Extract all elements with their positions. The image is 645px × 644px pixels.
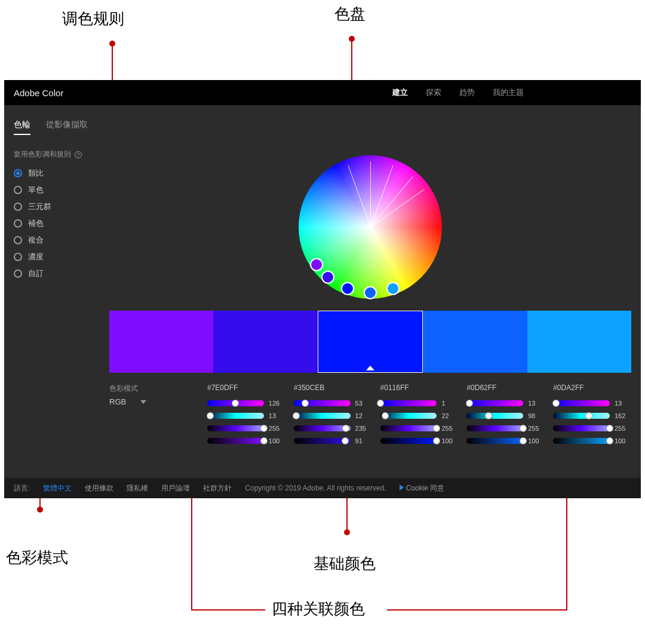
- wheel-handle-0[interactable]: [310, 258, 323, 271]
- slider-value: 235: [355, 425, 372, 432]
- wheel-handle-1[interactable]: [321, 271, 334, 284]
- slider-knob[interactable]: [342, 437, 349, 444]
- slider-row: 22: [380, 412, 459, 419]
- slider-track[interactable]: [553, 438, 610, 444]
- slider-track[interactable]: [207, 413, 264, 419]
- swatch-4[interactable]: [527, 311, 631, 373]
- radio-icon: [14, 203, 22, 211]
- nav-mythemes[interactable]: 我的主题: [493, 87, 524, 98]
- rule-radio-3[interactable]: 補色: [14, 218, 103, 229]
- footer-cookie[interactable]: Cookie 同意: [400, 483, 445, 493]
- slider-knob[interactable]: [520, 425, 527, 432]
- slider-track[interactable]: [380, 413, 437, 419]
- rule-radio-label: 複合: [28, 235, 44, 246]
- slider-track[interactable]: [466, 400, 523, 406]
- slider-knob[interactable]: [585, 412, 592, 419]
- top-bar: Adobe Color 建立 探索 趋势 我的主题: [4, 80, 641, 105]
- wheel-handle-3[interactable]: [364, 286, 377, 299]
- slider-value: 100: [441, 437, 458, 444]
- nav-explore[interactable]: 探索: [426, 87, 441, 98]
- rules-radio-list: 類比單色三元群補色複合濃度自訂: [14, 165, 103, 279]
- slider-track[interactable]: [294, 400, 351, 406]
- slider-knob[interactable]: [552, 400, 560, 407]
- slider-row: 100: [207, 437, 285, 444]
- hex-value[interactable]: #7E0DFF: [207, 384, 285, 392]
- radio-icon: [14, 186, 22, 194]
- footer-link-terms[interactable]: 使用條款: [85, 483, 113, 493]
- footer-lang-value[interactable]: 繁體中文: [43, 483, 72, 493]
- radio-icon: [14, 269, 22, 278]
- rule-radio-1[interactable]: 單色: [14, 185, 103, 195]
- slider-track[interactable]: [553, 400, 610, 406]
- footer-link-forum[interactable]: 用戶論壇: [161, 483, 190, 493]
- nav-trends[interactable]: 趋势: [459, 87, 475, 98]
- swatch-3[interactable]: [423, 311, 527, 373]
- tab-extract[interactable]: 從影像擷取: [46, 119, 88, 135]
- color-column-1: #350CEB531223591: [294, 384, 372, 444]
- slider-track[interactable]: [207, 400, 264, 406]
- rule-radio-2[interactable]: 三元群: [14, 201, 103, 212]
- slider-knob[interactable]: [466, 400, 473, 407]
- nav-create[interactable]: 建立: [392, 87, 408, 98]
- slider-knob[interactable]: [260, 425, 268, 432]
- slider-track[interactable]: [466, 413, 523, 419]
- slider-knob[interactable]: [382, 412, 389, 419]
- slider-knob[interactable]: [485, 412, 492, 419]
- slider-track[interactable]: [553, 425, 610, 431]
- slider-track[interactable]: [380, 425, 437, 431]
- hex-value[interactable]: #0DA2FF: [553, 384, 631, 392]
- slider-track[interactable]: [294, 413, 351, 419]
- slider-knob[interactable]: [606, 437, 613, 444]
- slider-knob[interactable]: [433, 437, 440, 444]
- hex-value[interactable]: #0D62FF: [466, 384, 545, 392]
- hex-value[interactable]: #350CEB: [294, 384, 372, 392]
- wheel-spoke: [348, 165, 371, 227]
- slider-knob[interactable]: [260, 437, 268, 444]
- footer-link-community[interactable]: 社群方針: [203, 483, 232, 493]
- color-wheel[interactable]: [299, 155, 442, 299]
- radio-icon: [14, 253, 22, 261]
- slider-value: 12: [355, 412, 372, 419]
- wheel-handle-4[interactable]: [386, 282, 400, 295]
- slider-track[interactable]: [207, 425, 264, 431]
- slider-track[interactable]: [466, 438, 523, 444]
- swatch-0[interactable]: [109, 311, 213, 373]
- slider-track[interactable]: [380, 438, 437, 444]
- slider-knob[interactable]: [377, 400, 384, 407]
- help-icon[interactable]: ?: [75, 151, 82, 158]
- slider-row: 126: [207, 400, 285, 407]
- slider-knob[interactable]: [293, 412, 300, 419]
- rule-radio-5[interactable]: 濃度: [14, 252, 103, 262]
- swatch-1[interactable]: [213, 311, 317, 373]
- brand-title: Adobe Color: [14, 88, 63, 98]
- slider-knob[interactable]: [342, 425, 349, 432]
- top-nav: 建立 探索 趋势 我的主题: [392, 87, 524, 98]
- swatch-row: [109, 311, 631, 373]
- slider-knob[interactable]: [302, 400, 309, 407]
- slider-track[interactable]: [466, 425, 523, 431]
- color-column-0: #7E0DFF12613255100: [207, 384, 285, 444]
- slider-value: 255: [441, 425, 458, 432]
- slider-knob[interactable]: [232, 400, 239, 407]
- wheel-handle-2[interactable]: [341, 282, 354, 295]
- slider-track[interactable]: [207, 438, 264, 444]
- swatch-2[interactable]: [318, 311, 423, 373]
- tab-wheel[interactable]: 色輪: [14, 119, 30, 135]
- rule-radio-label: 類比: [28, 168, 44, 179]
- slider-track[interactable]: [294, 438, 351, 444]
- slider-row: 13: [207, 412, 285, 419]
- slider-track[interactable]: [294, 425, 351, 431]
- slider-knob[interactable]: [207, 412, 214, 419]
- hex-value[interactable]: #0116FF: [380, 384, 459, 392]
- rule-radio-6[interactable]: 自訂: [14, 268, 103, 279]
- slider-track[interactable]: [380, 400, 437, 406]
- rule-radio-0[interactable]: 類比: [14, 168, 103, 179]
- slider-knob[interactable]: [606, 425, 613, 432]
- mode-select[interactable]: RGB: [109, 397, 193, 406]
- footer-cookie-text: Cookie 同意: [406, 484, 445, 492]
- slider-track[interactable]: [553, 413, 610, 419]
- slider-knob[interactable]: [520, 437, 527, 444]
- slider-knob[interactable]: [433, 425, 440, 432]
- footer-link-privacy[interactable]: 隱私權: [127, 483, 148, 493]
- rule-radio-4[interactable]: 複合: [14, 235, 103, 246]
